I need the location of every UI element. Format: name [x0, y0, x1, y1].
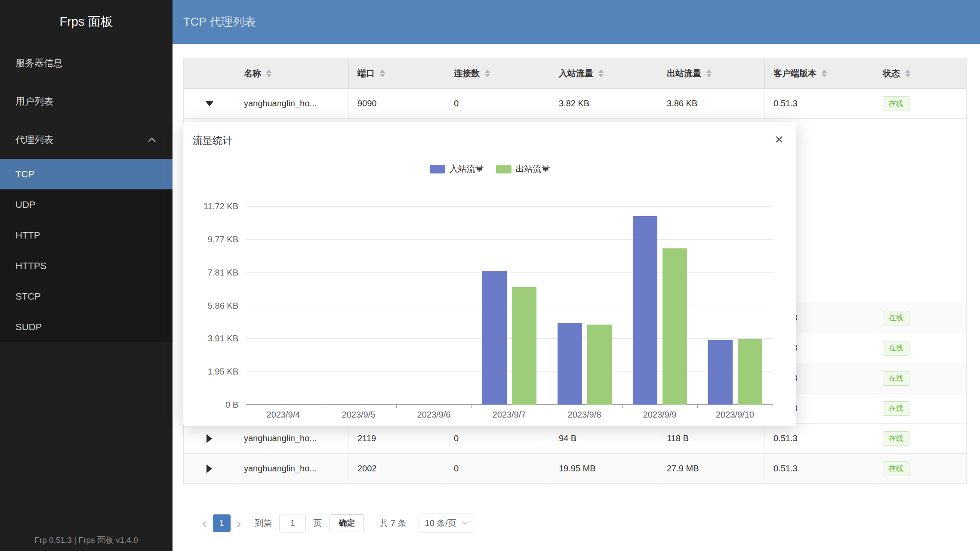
- table-row[interactable]: yanghuanglin_ho...2119094 B118 B0.51.3在线: [184, 424, 966, 454]
- expand-row-icon[interactable]: [206, 464, 212, 473]
- frps-dashboard: Frps 面板 服务器信息 用户列表 代理列表 TCP UDP HTTP HTT…: [0, 0, 980, 551]
- close-icon[interactable]: ×: [775, 134, 783, 144]
- sort-icon[interactable]: [266, 69, 271, 77]
- y-axis-tick-label: 3.91 KB: [208, 334, 238, 344]
- cell-version: 0.51.3: [765, 89, 874, 118]
- cell-connections: 0: [445, 454, 550, 483]
- collapse-row-icon[interactable]: [205, 101, 214, 106]
- sort-icon[interactable]: [905, 69, 910, 77]
- chart-bar: [558, 323, 582, 405]
- cell-status: 在线: [874, 89, 966, 118]
- cell-traffic-out: 27.9 MB: [658, 454, 765, 483]
- x-axis-tick: [622, 405, 623, 408]
- chart-bar: [738, 339, 762, 405]
- x-axis-tick-label: 2023/9/6: [396, 410, 472, 420]
- cell-traffic-out: 118 B: [658, 424, 765, 453]
- sort-icon[interactable]: [380, 69, 385, 77]
- sidebar-item-label: 服务器信息: [15, 57, 63, 70]
- chart-category-slot: [697, 206, 773, 405]
- column-header: 连接数: [445, 58, 550, 88]
- chart-category-slot: [622, 206, 697, 405]
- x-axis-tick: [773, 405, 773, 408]
- cell-port: 9090: [349, 89, 445, 118]
- status-badge: 在线: [883, 401, 909, 416]
- prev-page-button[interactable]: ‹: [198, 514, 211, 532]
- cell-status: 在线: [874, 303, 966, 333]
- status-badge: 在线: [883, 431, 909, 446]
- pagination: ‹ 1 › 到第 页 确定 共 7 条 10 条/页: [198, 514, 474, 532]
- chart-category-slot: [547, 206, 622, 405]
- page-header: TCP 代理列表: [173, 0, 980, 44]
- sidebar-item-tcp[interactable]: TCP: [0, 159, 173, 189]
- column-header: 端口: [349, 58, 445, 88]
- status-badge: 在线: [883, 341, 909, 356]
- x-axis-tick: [396, 405, 397, 408]
- table-row[interactable]: yanghuanglin_ho...909003.82 KB3.86 KB0.5…: [184, 89, 966, 119]
- expand-cell[interactable]: [184, 89, 235, 118]
- app-title: Frps 面板: [0, 0, 173, 44]
- column-label: 名称: [244, 68, 261, 79]
- cell-status: 在线: [874, 454, 966, 483]
- sidebar-item-sudp[interactable]: SUDP: [0, 312, 173, 342]
- sidebar-item-server-info[interactable]: 服务器信息: [0, 44, 173, 82]
- chart-category-slot: [246, 206, 321, 405]
- legend-item[interactable]: 出站流量: [496, 163, 550, 175]
- sidebar-item-label: 用户列表: [15, 95, 53, 108]
- page-title: TCP 代理列表: [183, 14, 256, 30]
- cell-name: yanghuanglin_ho...: [235, 89, 349, 118]
- expand-row-icon[interactable]: [206, 434, 212, 443]
- legend-item[interactable]: 入站流量: [430, 163, 484, 175]
- sort-icon[interactable]: [706, 69, 712, 77]
- table-row[interactable]: yanghuanglin_ho...2002019.95 MB27.9 MB0.…: [184, 454, 966, 484]
- x-axis-tick-label: 2023/9/10: [697, 410, 773, 420]
- expand-cell[interactable]: [184, 454, 235, 483]
- page-1-button[interactable]: 1: [213, 514, 231, 532]
- cell-port: 2119: [349, 424, 445, 453]
- page-unit-label: 页: [313, 517, 322, 529]
- x-axis-tick-label: 2023/9/8: [547, 410, 622, 420]
- sort-icon[interactable]: [598, 69, 604, 77]
- cell-status: 在线: [874, 333, 966, 363]
- chart-bar: [633, 216, 657, 405]
- cell-traffic-out: 3.86 KB: [658, 89, 765, 118]
- column-header: 入站流量: [550, 58, 658, 88]
- page-size-select[interactable]: 10 条/页: [419, 514, 474, 532]
- cell-status: 在线: [874, 363, 966, 393]
- sidebar-item-udp[interactable]: UDP: [0, 189, 173, 220]
- chart-category-slot: [321, 206, 396, 405]
- y-axis-tick-label: 0 B: [225, 400, 238, 410]
- column-label: 状态: [883, 68, 900, 79]
- total-count: 共 7 条: [379, 517, 406, 529]
- sidebar: Frps 面板 服务器信息 用户列表 代理列表 TCP UDP HTTP HTT…: [0, 0, 173, 551]
- chart-bar: [663, 248, 687, 405]
- status-badge: 在线: [883, 371, 909, 386]
- goto-page-input[interactable]: [279, 514, 306, 532]
- sort-icon[interactable]: [822, 69, 827, 77]
- confirm-button[interactable]: 确定: [330, 514, 364, 532]
- x-axis-tick-label: 2023/9/5: [321, 410, 396, 420]
- chevron-up-icon: [148, 137, 156, 142]
- page-size-value: 10 条/页: [425, 517, 456, 529]
- cell-traffic-in: 3.82 KB: [550, 89, 658, 118]
- y-axis-tick-label: 1.95 KB: [208, 367, 238, 377]
- column-header: 出站流量: [658, 58, 765, 88]
- chart-bar: [482, 271, 507, 405]
- version-footer: Frp 0.51.3 | Frps 面板 v1.4.0: [0, 535, 173, 546]
- sidebar-menu: 服务器信息 用户列表 代理列表 TCP UDP HTTP HTTPS STCP …: [0, 44, 173, 342]
- column-label: 客户端版本: [774, 68, 817, 79]
- expand-cell[interactable]: [184, 424, 235, 453]
- sidebar-item-https[interactable]: HTTPS: [0, 251, 173, 281]
- next-page-button[interactable]: ›: [232, 514, 246, 532]
- column-header: 客户端版本: [765, 58, 874, 88]
- table-header: 名称端口连接数入站流量出站流量客户端版本状态: [184, 58, 966, 89]
- sidebar-item-http[interactable]: HTTP: [0, 220, 173, 251]
- sort-icon[interactable]: [485, 69, 490, 77]
- column-header: 状态: [874, 58, 966, 88]
- status-badge: 在线: [883, 311, 909, 325]
- legend-label: 入站流量: [450, 163, 484, 175]
- sidebar-item-stcp[interactable]: STCP: [0, 281, 173, 312]
- sidebar-item-user-list[interactable]: 用户列表: [0, 82, 173, 121]
- sidebar-item-proxy-list[interactable]: 代理列表: [0, 121, 173, 159]
- cell-connections: 0: [445, 89, 550, 118]
- chart-bar: [587, 325, 612, 405]
